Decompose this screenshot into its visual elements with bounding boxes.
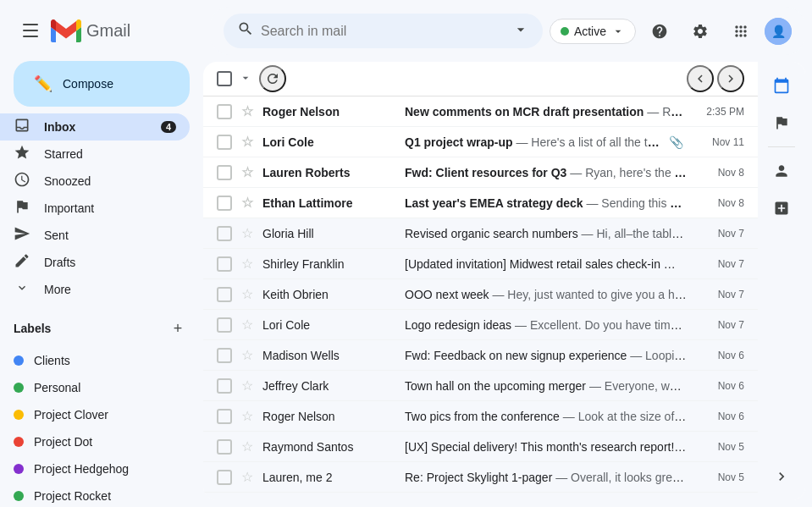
settings-button[interactable] xyxy=(683,14,717,48)
right-panel-add[interactable] xyxy=(765,191,798,225)
row-checkbox[interactable] xyxy=(217,196,232,211)
row-checkbox[interactable] xyxy=(217,287,232,302)
table-row[interactable]: ☆ Madison Wells Fwd: Feedback on new sig… xyxy=(203,340,758,371)
starred-icon xyxy=(14,144,30,165)
apps-button[interactable] xyxy=(724,14,758,48)
star-button[interactable]: ☆ xyxy=(239,134,256,151)
email-date: Nov 11 xyxy=(693,136,744,148)
star-button[interactable]: ☆ xyxy=(239,499,256,501)
search-dropdown-icon[interactable] xyxy=(512,21,529,41)
table-row[interactable]: ☆ Gloria Hill Revised organic search num… xyxy=(203,218,758,249)
table-row[interactable]: ☆ Lauren Roberts Fwd: Client resources f… xyxy=(203,157,758,188)
status-button[interactable]: Active xyxy=(550,19,636,44)
project-hedgehog-label: Project Hedgehog xyxy=(34,462,129,476)
next-page-button[interactable] xyxy=(717,65,744,92)
star-button[interactable]: ☆ xyxy=(239,408,256,425)
hamburger-button[interactable] xyxy=(14,14,47,47)
label-item-project-hedgehog[interactable]: Project Hedgehog xyxy=(14,455,190,482)
label-item-project-rocket[interactable]: Project Rocket xyxy=(14,482,190,507)
project-dot-dot xyxy=(14,437,24,447)
row-checkbox[interactable] xyxy=(217,135,232,150)
email-date: Nov 8 xyxy=(693,197,744,209)
star-button[interactable]: ☆ xyxy=(239,286,256,303)
right-panel-contacts[interactable] xyxy=(765,154,798,188)
table-row[interactable]: ☆ Lori Cole Q1 project wrap-up — Here's … xyxy=(203,127,758,157)
star-button[interactable]: ☆ xyxy=(239,377,256,394)
row-checkbox[interactable] xyxy=(217,409,232,424)
row-checkbox[interactable] xyxy=(217,256,232,272)
table-row[interactable]: ☆ Lauren, me 2 Re: Project Skylight 1-pa… xyxy=(203,462,758,493)
right-panel-divider xyxy=(768,146,795,147)
row-checkbox[interactable] xyxy=(217,470,232,485)
select-all-checkbox[interactable] xyxy=(217,71,232,86)
status-dot xyxy=(561,27,569,36)
table-row[interactable]: ☆ Roger Nelson New comments on MCR draft… xyxy=(203,96,758,127)
add-label-button[interactable]: + xyxy=(166,317,190,340)
help-button[interactable] xyxy=(643,14,677,48)
row-checkbox[interactable] xyxy=(217,439,232,455)
sidebar-item-more[interactable]: More xyxy=(0,276,190,303)
email-date: Nov 6 xyxy=(693,380,744,392)
star-button[interactable]: ☆ xyxy=(239,256,256,273)
row-checkbox[interactable] xyxy=(217,226,232,241)
table-row[interactable]: ☆ Ethan Lattimore Last year's EMEA strat… xyxy=(203,188,758,218)
star-button[interactable]: ☆ xyxy=(239,225,256,242)
row-checkbox[interactable] xyxy=(217,317,232,333)
prev-page-button[interactable] xyxy=(687,65,714,92)
sidebar-item-important[interactable]: Important xyxy=(0,195,190,222)
nav-list: Inbox 4 Starred Snoozed Important Sent xyxy=(0,113,203,303)
right-panel-expand[interactable] xyxy=(765,460,798,493)
email-content: Fwd: Feedback on new signup experience —… xyxy=(405,349,687,362)
sender-name: Ethan Lattimore xyxy=(262,196,398,210)
label-item-project-dot[interactable]: Project Dot xyxy=(14,428,190,455)
row-checkbox[interactable] xyxy=(217,378,232,394)
star-button[interactable]: ☆ xyxy=(239,103,256,120)
email-date: Nov 6 xyxy=(693,350,744,361)
project-rocket-dot xyxy=(14,491,24,501)
table-row[interactable]: ☆ Raymond Santos [UX] Special delivery! … xyxy=(203,432,758,462)
star-button[interactable]: ☆ xyxy=(239,195,256,212)
sidebar-item-snoozed[interactable]: Snoozed xyxy=(0,168,190,195)
table-row[interactable]: ☆ Shirley Franklin [Updated invitation] … xyxy=(203,249,758,279)
table-row[interactable]: ☆ Jeffrey Clark Town hall on the upcomin… xyxy=(203,371,758,401)
select-dropdown[interactable] xyxy=(239,71,252,87)
sidebar-item-drafts[interactable]: Drafts xyxy=(0,249,190,276)
table-row[interactable]: ☆ Keith Obrien OOO next week — Hey, just… xyxy=(203,279,758,310)
more-label: More xyxy=(44,283,176,296)
right-panel-calendar[interactable] xyxy=(765,69,798,102)
row-checkbox[interactable] xyxy=(217,104,232,119)
clients-dot xyxy=(14,355,24,366)
drafts-label: Drafts xyxy=(44,256,176,269)
clients-label: Clients xyxy=(34,354,70,367)
status-label: Active xyxy=(574,25,606,38)
right-panel-tasks[interactable] xyxy=(765,106,798,140)
table-row[interactable]: ☆ Roger Nelson Two pics from the confere… xyxy=(203,401,758,432)
star-button[interactable]: ☆ xyxy=(239,347,256,364)
email-content: Revised organic search numbers — Hi, all… xyxy=(405,227,687,240)
search-input[interactable] xyxy=(261,24,505,39)
content-area: ☆ Roger Nelson New comments on MCR draft… xyxy=(203,62,805,500)
row-checkbox[interactable] xyxy=(217,165,232,180)
sidebar-item-starred[interactable]: Starred xyxy=(0,141,190,168)
label-item-personal[interactable]: Personal xyxy=(14,374,190,401)
email-toolbar xyxy=(203,62,758,96)
star-button[interactable]: ☆ xyxy=(239,469,256,486)
email-content: Last year's EMEA strategy deck — Sending… xyxy=(405,196,687,210)
sidebar-item-sent[interactable]: Sent xyxy=(0,222,190,249)
label-item-clients[interactable]: Clients xyxy=(14,347,190,374)
row-checkbox[interactable] xyxy=(217,500,232,501)
expand-icon[interactable] xyxy=(765,460,798,493)
star-button[interactable]: ☆ xyxy=(239,438,256,455)
row-checkbox[interactable] xyxy=(217,348,232,363)
compose-button[interactable]: ✏️ Compose xyxy=(14,61,190,107)
sidebar-item-inbox[interactable]: Inbox 4 xyxy=(0,113,190,141)
email-content: Fwd: Client resources for Q3 — Ryan, her… xyxy=(405,166,687,179)
user-avatar[interactable] xyxy=(765,18,792,45)
table-row[interactable]: ☆ Lori Cole Logo redesign ideas — Excell… xyxy=(203,310,758,340)
refresh-button[interactable] xyxy=(259,65,286,92)
table-row[interactable]: ☆ Lauren Roberts Re: Corp strategy slide… xyxy=(203,493,758,500)
star-button[interactable]: ☆ xyxy=(239,164,256,181)
label-item-project-clover[interactable]: Project Clover xyxy=(14,401,190,428)
sender-name: Raymond Santos xyxy=(262,440,398,454)
star-button[interactable]: ☆ xyxy=(239,317,256,333)
